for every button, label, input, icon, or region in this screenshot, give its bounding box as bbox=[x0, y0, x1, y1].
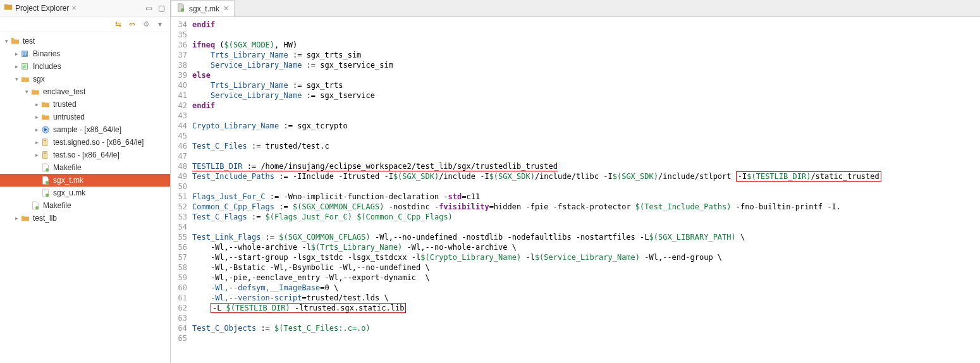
line-number: 51 bbox=[171, 192, 192, 202]
expand-arrow-icon[interactable]: ▸ bbox=[33, 101, 40, 108]
code-line[interactable]: 39else bbox=[171, 70, 980, 80]
tree-item[interactable]: ▸sample - [x86_64/le] bbox=[0, 123, 170, 136]
expand-arrow-icon[interactable]: ▸ bbox=[13, 215, 20, 221]
code-line[interactable]: 56 -Wl,--whole-archive -l$(Trts_Library_… bbox=[171, 242, 980, 252]
code-line[interactable]: 40 Trts_Library_Name := sgx_trts bbox=[171, 80, 980, 90]
tree-item[interactable]: ▾test bbox=[0, 35, 170, 47]
code-line[interactable]: 55Test_Link_Flags := $(SGX_COMMON_CFLAGS… bbox=[171, 232, 980, 242]
tree-item[interactable]: Makefile bbox=[0, 161, 170, 174]
tree-item-label: enclave_test bbox=[43, 87, 85, 96]
collapse-all-icon[interactable]: ⇆ bbox=[113, 19, 123, 29]
tree-item[interactable]: ▸#Includes bbox=[0, 60, 170, 73]
line-number: 38 bbox=[171, 60, 192, 70]
code-line[interactable]: 60 -Wl,--defsym,__ImageBase=0 \ bbox=[171, 283, 980, 293]
line-number: 50 bbox=[171, 182, 192, 192]
code-line[interactable]: 37 Trts_Library_Name := sgx_trts_sim bbox=[171, 50, 980, 60]
tree-item[interactable]: ▸test_lib bbox=[0, 212, 170, 225]
code-line[interactable]: 41 Service_Library_Name := sgx_tservice bbox=[171, 90, 980, 101]
code-line[interactable]: 48TESTLIB_DIR := /home/insujang/eclipse_… bbox=[171, 161, 980, 171]
code-line[interactable]: 42endif bbox=[171, 101, 980, 111]
expand-arrow-icon[interactable]: ▾ bbox=[13, 76, 20, 82]
tree-item[interactable]: sgx_u.mk bbox=[0, 187, 170, 199]
code-line[interactable]: 47 bbox=[171, 151, 980, 161]
svg-rect-9 bbox=[44, 153, 46, 154]
line-number: 39 bbox=[171, 70, 192, 80]
code-line[interactable]: 53Test_C_Flags := $(Flags_Just_For_C) $(… bbox=[171, 212, 980, 222]
code-line[interactable]: 58 -Wl,-Bstatic -Wl,-Bsymbolic -Wl,--no-… bbox=[171, 262, 980, 273]
code-editor[interactable]: 34endif3536ifneq ($(SGX_MODE), HW)37 Trt… bbox=[171, 17, 980, 363]
line-content: Crypto_Library_Name := sgx_tcrypto bbox=[192, 121, 980, 131]
tree-item[interactable]: ▸test.signed.so - [x86_64/le] bbox=[0, 136, 170, 149]
close-view-icon[interactable]: ✕ bbox=[71, 4, 77, 11]
expand-arrow-icon[interactable]: ▸ bbox=[33, 126, 40, 133]
tree-item-label: test bbox=[23, 37, 35, 46]
expand-arrow-icon[interactable]: ▸ bbox=[13, 51, 20, 57]
code-line[interactable]: 64Test_C_Objects := $(Test_C_Files:.c=.o… bbox=[171, 323, 980, 333]
code-line[interactable]: 57 -Wl,--start-group -lsgx_tstdc -lsgx_t… bbox=[171, 252, 980, 262]
code-line[interactable]: 38 Service_Library_Name := sgx_tservice_… bbox=[171, 60, 980, 70]
tree-item-label: test.signed.so - [x86_64/le] bbox=[53, 138, 144, 147]
folder-open-icon bbox=[30, 87, 40, 97]
line-content: Flags_Just_For_C := -Wno-implicit-functi… bbox=[192, 192, 980, 202]
code-line[interactable]: 43 bbox=[171, 111, 980, 121]
code-line[interactable]: 34endif bbox=[171, 20, 980, 30]
tree-item[interactable]: ▸trusted bbox=[0, 98, 170, 111]
link-editor-icon[interactable]: ⇔ bbox=[127, 19, 137, 29]
file-icon bbox=[176, 3, 185, 14]
binaries-icon: 01 bbox=[20, 49, 30, 59]
expand-arrow-icon[interactable]: ▸ bbox=[33, 152, 40, 158]
expand-arrow-icon[interactable]: ▸ bbox=[13, 63, 20, 70]
code-line[interactable]: 49Test_Include_Paths := -IInclude -Itrus… bbox=[171, 171, 980, 182]
project-explorer-title: Project Explorer bbox=[15, 4, 69, 13]
tree-item[interactable]: ▾enclave_test bbox=[0, 85, 170, 98]
line-number: 43 bbox=[171, 111, 192, 121]
line-content: ifneq ($(SGX_MODE), HW) bbox=[192, 40, 980, 50]
editor-tab[interactable]: sgx_t.mk ✕ bbox=[171, 0, 235, 16]
view-menu-icon[interactable]: ▾ bbox=[155, 19, 165, 29]
code-line[interactable]: 50 bbox=[171, 182, 980, 192]
code-line[interactable]: 62 -L $(TESTLIB_DIR) -ltrusted.sgx.stati… bbox=[171, 303, 980, 313]
tree-item[interactable]: ▾sgx bbox=[0, 73, 170, 85]
tree-item-label: sgx_u.mk bbox=[53, 188, 85, 197]
line-number: 55 bbox=[171, 232, 192, 242]
svg-text:#: # bbox=[23, 64, 27, 70]
expand-arrow-icon[interactable]: ▾ bbox=[3, 38, 10, 44]
close-tab-icon[interactable]: ✕ bbox=[223, 4, 229, 13]
code-line[interactable]: 54 bbox=[171, 222, 980, 232]
code-line[interactable]: 44Crypto_Library_Name := sgx_tcrypto bbox=[171, 121, 980, 131]
tree-item[interactable]: ▸01Binaries bbox=[0, 47, 170, 60]
project-explorer-header: Project Explorer ✕ ▭ ▢ bbox=[0, 0, 170, 16]
line-number: 35 bbox=[171, 30, 192, 40]
code-line[interactable]: 65 bbox=[171, 333, 980, 343]
code-line[interactable]: 36ifneq ($(SGX_MODE), HW) bbox=[171, 40, 980, 50]
tree-item-label: Includes bbox=[33, 62, 61, 71]
line-number: 56 bbox=[171, 242, 192, 252]
line-number: 46 bbox=[171, 141, 192, 151]
expand-arrow-icon[interactable]: ▾ bbox=[23, 89, 30, 95]
project-explorer-toolbar: ⇆ ⇔ ⚙ ▾ bbox=[0, 16, 170, 32]
line-content: Service_Library_Name := sgx_tservice_sim bbox=[192, 60, 980, 70]
expand-arrow-icon[interactable]: ▸ bbox=[33, 114, 40, 120]
tree-item[interactable]: Makefile bbox=[0, 199, 170, 212]
tree-item[interactable]: ▸test.so - [x86_64/le] bbox=[0, 149, 170, 161]
tree-item[interactable]: ▸untrusted bbox=[0, 111, 170, 123]
code-line[interactable]: 46Test_C_Files := trusted/test.c bbox=[171, 141, 980, 151]
code-line[interactable]: 52Common_C_Cpp_Flags := $(SGX_COMMON_CFL… bbox=[171, 202, 980, 212]
editor-panel: sgx_t.mk ✕ 34endif3536ifneq ($(SGX_MODE)… bbox=[171, 0, 980, 363]
tree-item[interactable]: sgx_t.mk bbox=[0, 174, 170, 187]
code-line[interactable]: 51Flags_Just_For_C := -Wno-implicit-func… bbox=[171, 192, 980, 202]
code-line[interactable]: 59 -Wl,-pie,-eenclave_entry -Wl,--export… bbox=[171, 273, 980, 283]
project-explorer-panel: Project Explorer ✕ ▭ ▢ ⇆ ⇔ ⚙ ▾ ▾test▸01B… bbox=[0, 0, 171, 363]
code-line[interactable]: 35 bbox=[171, 30, 980, 40]
filter-icon[interactable]: ⚙ bbox=[141, 19, 151, 29]
line-content: -Wl,-Bstatic -Wl,-Bsymbolic -Wl,--no-und… bbox=[192, 262, 980, 273]
code-line[interactable]: 45 bbox=[171, 131, 980, 141]
maximize-icon[interactable]: ▢ bbox=[156, 3, 166, 13]
includes-icon: # bbox=[20, 61, 30, 71]
file-icon bbox=[40, 163, 51, 173]
code-line[interactable]: 63 bbox=[171, 313, 980, 323]
code-line[interactable]: 61 -Wl,--version-script=trusted/test.lds… bbox=[171, 293, 980, 303]
expand-arrow-icon[interactable]: ▸ bbox=[33, 139, 40, 145]
line-content: TESTLIB_DIR := /home/insujang/eclipse_wo… bbox=[192, 161, 980, 171]
minimize-icon[interactable]: ▭ bbox=[144, 3, 154, 13]
